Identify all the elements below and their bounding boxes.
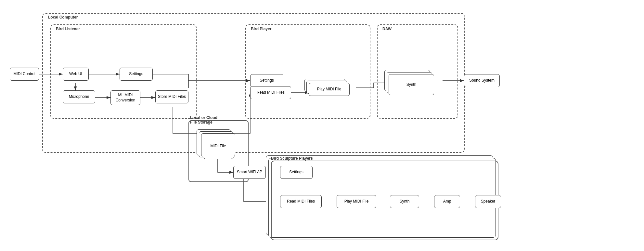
store-midi-files-box: Store MIDI Files (155, 90, 188, 103)
ml-midi-conversion-box: ML MIDI Conversion (110, 90, 140, 105)
bird-listener-label: Bird Listener (56, 27, 80, 31)
microphone-label: Microphone (69, 94, 89, 99)
settings-player-box: Settings (250, 74, 283, 87)
synth-daw-label: Synth (406, 82, 417, 87)
midi-control-label: MIDI Control (13, 72, 35, 77)
synth-sculpture-label: Synth (400, 199, 410, 204)
store-midi-files-label: Store MIDI Files (158, 94, 186, 99)
play-midi-file-player-label: Play MIDI File (317, 87, 341, 92)
storage-label-line2: File Storage (190, 120, 213, 125)
web-ui-box: Web UI (63, 68, 89, 81)
midi-file-label: MIDI File (211, 144, 226, 149)
web-ui-label: Web UI (69, 72, 82, 77)
read-midi-files-sculpture-label: Read MIDI Files (287, 199, 315, 204)
speaker-sculpture-label: Speaker (481, 199, 496, 204)
play-midi-file-sculpture-box: Play MIDI File (337, 195, 376, 208)
synth-daw-box: Synth (389, 74, 434, 95)
smart-wifi-ap-box: Smart WiFi AP (233, 166, 266, 179)
read-midi-files-sculpture-box: Read MIDI Files (280, 195, 322, 208)
amp-sculpture-box: Amp (434, 195, 460, 208)
daw-label: DAW (382, 27, 392, 31)
bird-sculpture-players-label: Bird Sculpture Players (271, 156, 313, 161)
diagram: Local Computer Bird Listener Bird Player… (0, 0, 644, 251)
local-computer-label: Local Computer (48, 15, 78, 20)
read-midi-files-player-box: Read MIDI Files (250, 86, 291, 99)
read-midi-files-player-label: Read MIDI Files (257, 90, 285, 95)
synth-sculpture-box: Synth (390, 195, 419, 208)
midi-control-box: MIDI Control (10, 68, 39, 81)
sound-system-box: Sound System (464, 74, 500, 87)
settings-listener-box: Settings (120, 68, 153, 81)
play-midi-file-sculpture-label: Play MIDI File (344, 199, 369, 204)
amp-sculpture-label: Amp (443, 199, 451, 204)
microphone-box: Microphone (63, 90, 95, 103)
smart-wifi-ap-label: Smart WiFi AP (237, 170, 262, 175)
bird-player-label: Bird Player (251, 27, 271, 31)
settings-listener-label: Settings (129, 72, 143, 77)
ml-midi-conversion-label: ML MIDI Conversion (111, 93, 140, 103)
bird-player-region (245, 24, 370, 119)
storage-label-line1: Local or Cloud (190, 115, 217, 120)
play-midi-file-player-box: Play MIDI File (309, 83, 350, 96)
settings-sculpture-label: Settings (289, 170, 303, 175)
settings-player-label: Settings (260, 78, 274, 83)
local-cloud-storage-label: Local or Cloud File Storage (190, 115, 217, 125)
speaker-sculpture-box: Speaker (475, 195, 501, 208)
settings-sculpture-box: Settings (280, 166, 313, 179)
midi-file-storage-box: MIDI File (201, 133, 235, 159)
sound-system-label: Sound System (469, 78, 495, 83)
